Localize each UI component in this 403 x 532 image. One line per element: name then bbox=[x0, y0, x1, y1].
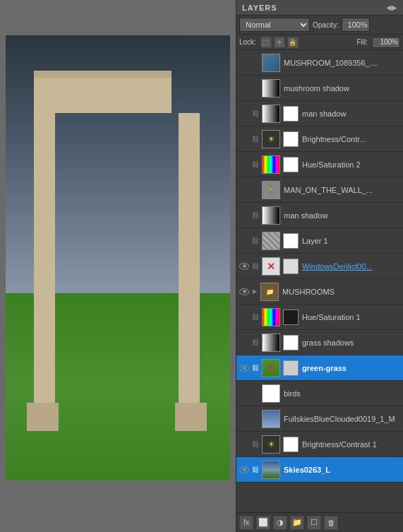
chain-cell: ⛓ bbox=[251, 126, 260, 152]
arch-portal bbox=[48, 78, 186, 417]
fill-input[interactable] bbox=[372, 37, 400, 48]
opacity-label: Opacity: bbox=[313, 21, 339, 29]
eye-visibility[interactable] bbox=[238, 76, 251, 101]
layer-thumbnail: 🚶 bbox=[262, 181, 280, 199]
group-expand-icon[interactable]: ▶ bbox=[253, 288, 257, 295]
mask-icon: ⬜ bbox=[258, 518, 268, 527]
chain-cell: ⛓ bbox=[251, 228, 260, 254]
eye-visibility[interactable] bbox=[238, 228, 251, 254]
eye-visibility[interactable] bbox=[238, 381, 251, 406]
chain-icon: ⛓ bbox=[252, 466, 259, 473]
eye-visibility[interactable] bbox=[238, 126, 251, 152]
layer-mask bbox=[283, 437, 299, 452]
chain-icon: ⛓ bbox=[252, 338, 259, 346]
thumb-cell: ✕ bbox=[260, 254, 282, 279]
mask-cell bbox=[282, 126, 300, 152]
lock-pixels-btn[interactable]: ⬚ bbox=[260, 37, 272, 48]
eye-icon bbox=[239, 263, 249, 270]
layer-mask bbox=[283, 157, 299, 172]
mask-cell bbox=[282, 101, 300, 126]
chain-cell: ⛓ bbox=[251, 101, 260, 126]
adjustment-icon: ◑ bbox=[277, 518, 284, 527]
lock-all-btn[interactable]: 🔒 bbox=[287, 37, 299, 48]
thumb-cell bbox=[260, 101, 282, 126]
chain-icon: ⛓ bbox=[252, 313, 259, 321]
layer-row[interactable]: ⛓ man shadow bbox=[236, 101, 403, 126]
layer-row[interactable]: ⛓ Hue/Saturation 2 bbox=[236, 152, 403, 177]
panel-collapse-icon[interactable]: ◀▶ bbox=[386, 4, 397, 11]
layer-row[interactable]: MUSHROOM_1089356_.... bbox=[236, 50, 403, 76]
eye-visibility[interactable] bbox=[238, 177, 251, 203]
layer-row[interactable]: ⛓ grass shadows bbox=[236, 330, 403, 355]
eye-visibility[interactable] bbox=[238, 355, 251, 381]
layer-row-skies[interactable]: ⛓ Skies0263_L bbox=[236, 457, 403, 483]
lock-move-btn[interactable]: ✛ bbox=[274, 37, 285, 48]
chain-icon: ⛓ bbox=[252, 262, 259, 270]
eye-visibility[interactable] bbox=[238, 50, 251, 76]
thumb-cell bbox=[260, 381, 282, 406]
delete-layer-btn[interactable]: 🗑 bbox=[324, 516, 338, 530]
group-arrow-cell[interactable]: ▶ bbox=[251, 279, 259, 305]
mask-cell bbox=[282, 228, 300, 254]
eye-visibility[interactable] bbox=[238, 101, 251, 126]
chain-icon: ⛓ bbox=[252, 160, 259, 168]
eye-visibility[interactable] bbox=[238, 305, 251, 330]
arch-base-left bbox=[27, 403, 59, 431]
layer-thumbnail bbox=[262, 155, 280, 174]
chain-cell: ⛓ bbox=[251, 457, 260, 483]
eye-visibility[interactable] bbox=[238, 457, 251, 483]
layer-name: FullskiesBlueClouded0019_1_M bbox=[282, 415, 402, 423]
x-mark-icon: ✕ bbox=[267, 261, 275, 272]
layer-thumbnail bbox=[262, 232, 280, 250]
adjust-icon: ☀ bbox=[267, 134, 275, 144]
layer-name: green-grass bbox=[300, 364, 402, 372]
layer-row[interactable]: ⛓ ☀ Brightness/Contr... bbox=[236, 126, 403, 152]
eye-icon bbox=[239, 365, 249, 372]
eye-visibility[interactable] bbox=[238, 254, 251, 279]
thumb-cell bbox=[260, 50, 282, 76]
x-mark-icon: ✕ bbox=[267, 362, 275, 374]
layer-name: grass shadows bbox=[300, 338, 402, 347]
layer-thumbnail bbox=[262, 105, 280, 123]
folder-btn[interactable]: 📁 bbox=[290, 516, 304, 530]
mask-cell bbox=[282, 432, 300, 457]
layer-link-btn[interactable]: fx bbox=[239, 516, 253, 530]
layers-list[interactable]: MUSHROOM_1089356_.... mushroom shadow ⛓ … bbox=[236, 50, 403, 512]
chain-cell: ⛓ bbox=[251, 152, 260, 177]
layer-thumbnail bbox=[262, 461, 280, 479]
new-layer-btn[interactable]: ☐ bbox=[307, 516, 321, 530]
layer-row[interactable]: ⛓ Hue/Saturation 1 bbox=[236, 305, 403, 330]
layer-row[interactable]: birds bbox=[236, 381, 403, 406]
thumb-cell: 🚶 bbox=[260, 177, 282, 203]
layer-row[interactable]: ⛓ ✕ WindowsDerilict00... bbox=[236, 254, 403, 279]
layer-row[interactable]: ▶ 📁 MUSHROOMS bbox=[236, 279, 403, 305]
mask-cell bbox=[282, 305, 300, 330]
chain-icon: ⛓ bbox=[252, 440, 259, 448]
opacity-input[interactable] bbox=[342, 18, 370, 32]
blend-mode-select[interactable]: Normal bbox=[239, 18, 310, 32]
eye-visibility[interactable] bbox=[238, 152, 251, 177]
eye-visibility[interactable] bbox=[238, 330, 251, 355]
layer-mask bbox=[283, 309, 299, 325]
thumb-cell: ☀ bbox=[260, 126, 282, 152]
layer-mask bbox=[283, 259, 299, 274]
chain-cell: ⛓ bbox=[251, 203, 260, 228]
eye-visibility[interactable] bbox=[238, 432, 251, 457]
layer-row[interactable]: FullskiesBlueClouded0019_1_M bbox=[236, 406, 403, 432]
layer-mask bbox=[283, 335, 299, 350]
eye-visibility[interactable] bbox=[238, 203, 251, 228]
layer-row[interactable]: ⛓ man shadow bbox=[236, 203, 403, 228]
eye-visibility[interactable] bbox=[238, 279, 251, 305]
layer-thumbnail bbox=[262, 54, 280, 72]
layer-mask bbox=[283, 360, 299, 376]
eye-visibility[interactable] bbox=[238, 406, 251, 432]
adjust-icon: ☀ bbox=[267, 439, 275, 449]
adjustment-btn[interactable]: ◑ bbox=[273, 516, 287, 530]
layer-name: man shadow bbox=[282, 211, 402, 220]
layer-row[interactable]: mushroom shadow bbox=[236, 76, 403, 101]
add-mask-btn[interactable]: ⬜ bbox=[256, 516, 270, 530]
layer-row[interactable]: 🚶 MAN_ON_THE_WALL_... bbox=[236, 177, 403, 203]
layer-row[interactable]: ⛓ Layer 1 bbox=[236, 228, 403, 254]
layer-row-green-grass[interactable]: ⛓ ✕ green-grass bbox=[236, 355, 403, 381]
layer-row[interactable]: ⛓ ☀ Brightness/Contrast 1 bbox=[236, 432, 403, 457]
